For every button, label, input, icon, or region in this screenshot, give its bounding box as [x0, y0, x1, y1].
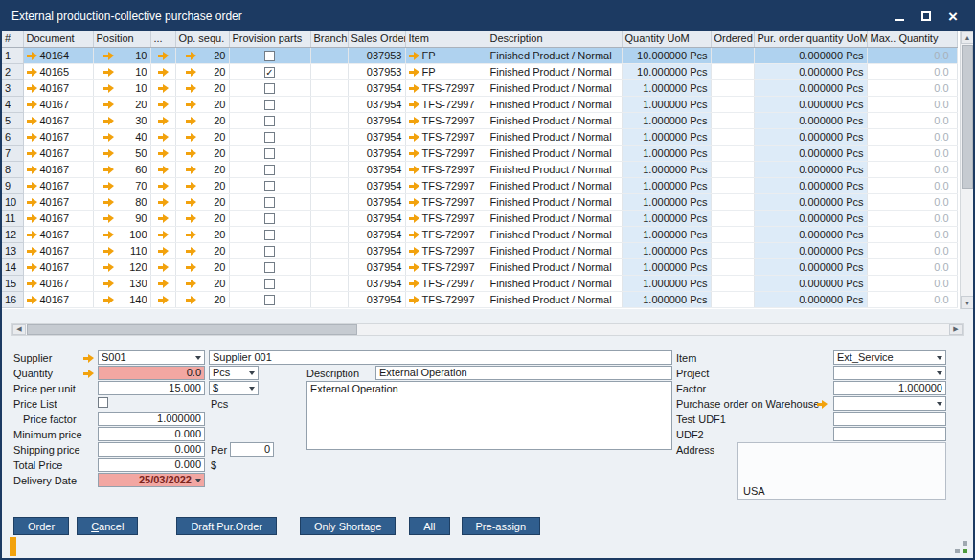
position-cell[interactable]: 10 [93, 79, 150, 96]
position-cell[interactable]: 130 [93, 275, 150, 291]
op-sequ-cell[interactable]: 20 [175, 291, 229, 307]
provision-checkbox[interactable] [264, 83, 275, 94]
sales-order-cell[interactable]: 037954 [348, 291, 405, 307]
link-arrow-icon[interactable] [158, 117, 169, 125]
link-arrow-icon[interactable] [186, 280, 196, 288]
link-arrow-icon[interactable] [158, 52, 169, 60]
quantity-cell[interactable]: 1.000000 Pcs [622, 145, 711, 161]
quantity-field[interactable]: 0.0 [98, 366, 205, 380]
link-arrow-icon[interactable] [158, 149, 169, 158]
po-warehouse-combo[interactable] [833, 396, 946, 411]
link-arrow-icon[interactable] [186, 166, 196, 174]
link-arrow-icon[interactable] [409, 52, 419, 60]
provision-parts-cell[interactable] [229, 291, 310, 307]
scroll-up-icon[interactable]: ▲ [961, 31, 974, 44]
provision-parts-cell[interactable] [229, 47, 310, 63]
document-cell[interactable]: 40167 [23, 96, 93, 112]
table-row[interactable]: 164016714020037954TFS-72997Finished Prod… [2, 291, 957, 307]
document-cell[interactable]: 40167 [23, 258, 93, 275]
position-cell[interactable]: 50 [93, 145, 150, 161]
link-arrow-icon[interactable] [409, 166, 419, 174]
link-arrow-icon[interactable] [158, 198, 169, 207]
link-arrow-icon[interactable] [103, 117, 114, 125]
provision-parts-cell[interactable] [229, 275, 310, 291]
dots-cell[interactable] [150, 291, 175, 307]
vertical-scroll-thumb[interactable] [962, 45, 973, 189]
currency-combo[interactable]: $ [209, 381, 259, 395]
dots-cell[interactable] [150, 242, 175, 258]
item-combo[interactable]: Ext_Service [833, 350, 946, 365]
link-arrow-icon[interactable] [158, 296, 169, 304]
link-arrow-icon[interactable] [186, 84, 196, 93]
quantity-cell[interactable]: 1.000000 Pcs [622, 177, 711, 193]
link-arrow-icon[interactable] [409, 182, 419, 190]
provision-checkbox[interactable] [264, 165, 275, 175]
link-arrow-icon[interactable] [186, 52, 196, 60]
quantity-cell[interactable]: 1.000000 Pcs [622, 112, 711, 128]
item-cell[interactable]: TFS-72997 [405, 258, 487, 275]
quantity-cell[interactable]: 1.000000 Pcs [622, 193, 711, 210]
pur-order-quantity-cell[interactable]: 0.000000 Pcs [754, 177, 867, 193]
dots-cell[interactable] [150, 193, 175, 210]
provision-checkbox[interactable] [264, 148, 275, 159]
document-cell[interactable]: 40167 [23, 112, 93, 128]
link-arrow-icon[interactable] [103, 68, 114, 77]
op-sequ-cell[interactable]: 20 [175, 63, 229, 79]
po-warehouse-link-arrow-icon[interactable] [817, 400, 828, 409]
table-row[interactable]: 124016710020037954TFS-72997Finished Prod… [2, 226, 957, 242]
document-cell[interactable]: 40167 [23, 226, 93, 242]
link-arrow-icon[interactable] [186, 214, 196, 223]
column-header[interactable]: Position [93, 31, 150, 47]
sales-order-cell[interactable]: 037953 [348, 63, 405, 79]
item-cell[interactable]: FP [405, 63, 487, 79]
link-arrow-icon[interactable] [409, 263, 419, 272]
link-arrow-icon[interactable] [409, 231, 419, 239]
link-arrow-icon[interactable] [158, 166, 169, 174]
scroll-left-icon[interactable]: ◀ [12, 324, 26, 335]
minimize-icon[interactable] [895, 19, 904, 21]
document-cell[interactable]: 40167 [23, 79, 93, 96]
link-arrow-icon[interactable] [158, 214, 169, 223]
total-price-field[interactable]: 0.000 [98, 458, 205, 472]
link-arrow-icon[interactable] [186, 133, 196, 142]
minimum-price-field[interactable]: 0.000 [98, 427, 205, 441]
link-arrow-icon[interactable] [103, 182, 114, 190]
op-sequ-cell[interactable]: 20 [175, 128, 229, 145]
dots-cell[interactable] [150, 275, 175, 291]
test-udf1-field[interactable] [833, 412, 946, 426]
item-cell[interactable]: TFS-72997 [405, 242, 487, 258]
link-arrow-icon[interactable] [158, 247, 169, 256]
table-row[interactable]: 7401675020037954TFS-72997Finished Produc… [2, 145, 957, 161]
link-arrow-icon[interactable] [158, 68, 169, 77]
horizontal-scrollbar[interactable]: ◀ ▶ [11, 323, 964, 336]
link-arrow-icon[interactable] [409, 117, 419, 125]
op-sequ-cell[interactable]: 20 [175, 145, 229, 161]
link-arrow-icon[interactable] [186, 149, 196, 158]
only-shortage-button[interactable]: Only Shortage [300, 517, 396, 535]
link-arrow-icon[interactable] [27, 166, 37, 174]
pur-order-quantity-cell[interactable]: 0.000000 Pcs [754, 128, 867, 145]
link-arrow-icon[interactable] [103, 133, 114, 142]
table-row[interactable]: 6401674020037954TFS-72997Finished Produc… [2, 128, 957, 145]
column-header[interactable]: Max.. Quantity [867, 31, 957, 47]
table-row[interactable]: 144016712020037954TFS-72997Finished Prod… [2, 258, 957, 275]
link-arrow-icon[interactable] [409, 280, 419, 288]
link-arrow-icon[interactable] [158, 231, 169, 239]
quantity-cell[interactable]: 1.000000 Pcs [622, 226, 711, 242]
link-arrow-icon[interactable] [27, 182, 37, 190]
link-arrow-icon[interactable] [103, 101, 114, 109]
item-cell[interactable]: TFS-72997 [405, 177, 487, 193]
column-header[interactable]: Pur. order quantity UoM [754, 31, 867, 47]
pur-order-quantity-cell[interactable]: 0.000000 Pcs [754, 96, 867, 112]
quantity-cell[interactable]: 1.000000 Pcs [622, 96, 711, 112]
link-arrow-icon[interactable] [409, 296, 419, 304]
document-cell[interactable]: 40167 [23, 210, 93, 226]
sales-order-cell[interactable]: 037954 [348, 79, 405, 96]
provision-parts-cell[interactable] [229, 79, 310, 96]
op-sequ-cell[interactable]: 20 [175, 193, 229, 210]
column-header[interactable]: Item [405, 31, 487, 47]
provision-checkbox[interactable] [264, 262, 275, 273]
table-row[interactable]: 11401679020037954TFS-72997Finished Produ… [2, 210, 957, 226]
sales-order-cell[interactable]: 037954 [348, 161, 405, 177]
link-arrow-icon[interactable] [409, 101, 419, 109]
